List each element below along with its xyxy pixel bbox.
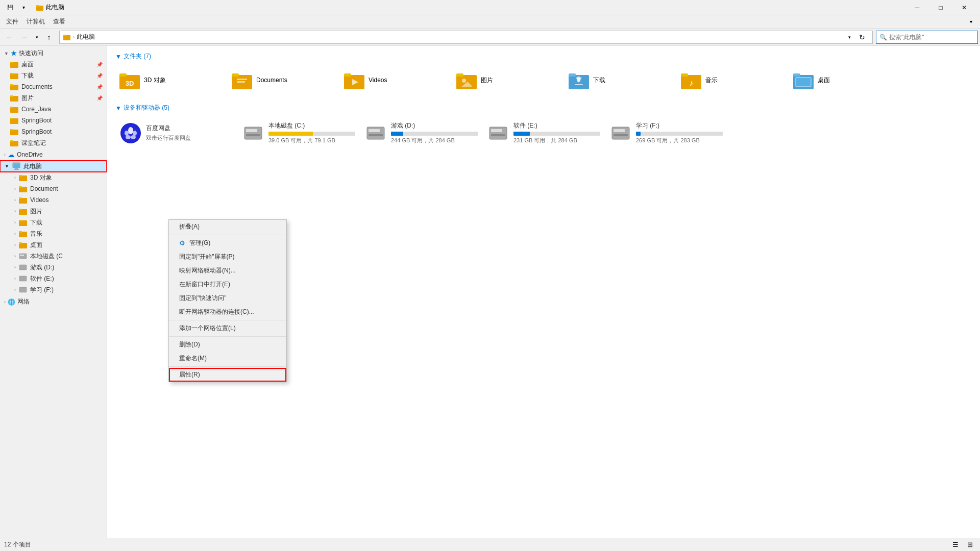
status-view-controls: ☰ ⊞ [949, 539, 976, 550]
sidebar-item-notes[interactable]: 课堂笔记 [0, 137, 107, 148]
svg-rect-3 [63, 35, 66, 36]
drive-item-e[interactable]: 软件 (E:) 231 GB 可用，共 284 GB [483, 116, 605, 149]
ctx-pin-quick-label: 固定到"快速访问" [179, 294, 227, 303]
nav-bar: ← → ▾ ↑ › 此电脑 ▾ ↻ 🔍 [0, 29, 980, 46]
close-button[interactable]: ✕ [952, 0, 976, 15]
ctx-pin-start-label: 固定到"开始"屏幕(P) [179, 253, 235, 261]
e-drive-icon [19, 274, 27, 283]
3dobjects-label: 3D 对象 [30, 173, 52, 182]
menu-file[interactable]: 文件 [2, 16, 22, 28]
ctx-item-add-location[interactable]: 添加一个网络位置(L) [169, 321, 286, 335]
window-title: 此电脑 [46, 3, 64, 12]
sidebar-item-desktop-pc[interactable]: › 桌面 [0, 239, 107, 251]
folder-item-videos[interactable]: Videos [340, 65, 452, 95]
sidebar-item-videos-pc[interactable]: › Videos [0, 194, 107, 206]
folder-item-desktop[interactable]: 桌面 [789, 65, 901, 95]
menu-computer[interactable]: 计算机 [22, 16, 49, 28]
content-area: ▼ 文件夹 (7) 3D 3D 对象 Do [107, 46, 980, 538]
svg-rect-55 [456, 73, 463, 77]
sidebar-item-documents[interactable]: Documents 📌 [0, 81, 107, 92]
ctx-item-map-drive[interactable]: 映射网络驱动器(N)... [169, 264, 286, 278]
ctx-item-collapse[interactable]: 折叠(A) [169, 220, 286, 234]
e-drive-info: 软件 (E:) 231 GB 可用，共 284 GB [513, 121, 600, 144]
network-expand-icon: › [4, 299, 6, 305]
svg-rect-7 [10, 73, 13, 74]
ctx-open-new-label: 在新窗口中打开(E) [179, 280, 230, 289]
dropdown-history-btn[interactable]: ▾ [33, 30, 41, 44]
minimize-button[interactable]: ─ [905, 0, 929, 15]
forward-button[interactable]: → [17, 30, 32, 44]
view-list-btn[interactable]: ☰ [949, 539, 962, 550]
drive-item-f[interactable]: 学习 (F:) 269 GB 可用，共 283 GB [605, 116, 728, 149]
drive-item-c[interactable]: 本地磁盘 (C:) 39.0 GB 可用，共 79.1 GB [238, 116, 360, 149]
menu-bar: 文件 计算机 查看 ▾ [0, 15, 980, 29]
sidebar-item-thispc[interactable]: ▼ 此电脑 [0, 161, 107, 172]
up-button[interactable]: ↑ [42, 30, 56, 44]
download-pc-label: 下载 [30, 218, 42, 227]
sidebar-item-music-pc[interactable]: › 音乐 [0, 228, 107, 239]
menu-view[interactable]: 查看 [49, 16, 69, 28]
sidebar-item-3dobjects[interactable]: › 3D 对象 [0, 172, 107, 183]
folder-item-music[interactable]: ♪ 音乐 [677, 65, 789, 95]
sidebar-quickaccess-header[interactable]: ▼ ★ 快速访问 [0, 48, 107, 59]
e-drive-size: 231 GB 可用，共 284 GB [513, 137, 600, 144]
desktop-pc-icon [19, 241, 27, 248]
f-drive-bar-container [636, 132, 723, 136]
videos-pc-label: Videos [30, 196, 48, 204]
sidebar-item-d-drive[interactable]: › 游戏 (D:) [0, 262, 107, 273]
folder-videos-label: Videos [369, 77, 387, 84]
view-grid-btn[interactable]: ⊞ [964, 539, 976, 550]
ctx-disconnect-label: 断开网络驱动器的连接(C)... [179, 308, 254, 316]
ctx-item-delete[interactable]: 删除(D) [169, 338, 286, 352]
ctx-item-rename[interactable]: 重命名(M) [169, 352, 286, 365]
svg-rect-74 [244, 127, 262, 139]
ctx-rename-label: 重命名(M) [179, 354, 207, 363]
c-drive-size: 39.0 GB 可用，共 79.1 GB [268, 137, 355, 144]
sidebar-item-e-drive[interactable]: › 软件 (E:) [0, 273, 107, 284]
refresh-btn[interactable]: ↻ [855, 30, 869, 44]
svg-rect-81 [369, 134, 383, 136]
ctx-item-pin-start[interactable]: 固定到"开始"屏幕(P) [169, 250, 286, 264]
back-button[interactable]: ← [2, 30, 16, 44]
sidebar-item-c-drive[interactable]: › 本地磁盘 (C [0, 251, 107, 262]
ctx-item-manage[interactable]: ⚙ 管理(G) [169, 236, 286, 250]
search-input[interactable] [889, 34, 974, 41]
drive-item-baidu[interactable]: 百度网盘 双击运行百度网盘 [115, 116, 238, 149]
address-dropdown-btn[interactable]: ▾ [845, 30, 854, 44]
sidebar-item-docs-pc[interactable]: › Document [0, 183, 107, 194]
ctx-item-properties[interactable]: 属性(R) [169, 368, 286, 382]
sidebar-item-download-pc[interactable]: › 下载 [0, 217, 107, 228]
folder-item-download[interactable]: 下载 [565, 65, 677, 95]
sidebar-item-f-drive[interactable]: › 学习 (F:) [0, 284, 107, 295]
folder-item-3d[interactable]: 3D 3D 对象 [115, 65, 228, 95]
dropdown-btn[interactable]: ▾ [17, 2, 30, 14]
sidebar-network-header[interactable]: › 🌐 网络 [0, 296, 107, 307]
title-bar-controls: ─ □ ✕ [905, 0, 976, 15]
restore-button[interactable]: □ [929, 0, 952, 15]
sidebar-onedrive-header[interactable]: › ☁ OneDrive [0, 149, 107, 160]
address-bar[interactable]: › 此电脑 ▾ ↻ [59, 31, 873, 44]
sidebar-item-download[interactable]: 下载 📌 [0, 70, 107, 81]
sidebar-item-desktop[interactable]: 桌面 📌 [0, 59, 107, 70]
svg-rect-59 [569, 73, 576, 77]
devices-section-header[interactable]: ▼ 设备和驱动器 (5) [115, 104, 972, 112]
sidebar-item-pictures-pc[interactable]: › 图片 [0, 206, 107, 217]
folder-item-pictures[interactable]: 图片 [452, 65, 565, 95]
drive-item-d[interactable]: 游戏 (D:) 244 GB 可用，共 284 GB [360, 116, 483, 149]
sidebar-springboot2-label: SpringBoot [21, 128, 52, 135]
save-btn[interactable]: 💾 [4, 2, 16, 14]
ctx-item-open-new[interactable]: 在新窗口中打开(E) [169, 278, 286, 291]
expand-ribbon-btn[interactable]: ▾ [964, 15, 978, 29]
folders-section-header[interactable]: ▼ 文件夹 (7) [115, 52, 972, 61]
docs-pc-label: Document [30, 185, 58, 192]
sidebar-item-corejava[interactable]: Core_Java [0, 104, 107, 115]
sidebar-item-springboot1[interactable]: SpringBoot [0, 115, 107, 126]
svg-rect-38 [19, 242, 22, 244]
ctx-item-pin-quick[interactable]: 固定到"快速访问" [169, 291, 286, 305]
folder-item-documents[interactable]: Documents [228, 65, 340, 95]
notes-folder-icon [10, 139, 18, 146]
ctx-item-disconnect[interactable]: 断开网络驱动器的连接(C)... [169, 305, 286, 319]
sidebar-item-springboot2[interactable]: SpringBoot [0, 126, 107, 137]
desktop-folder-large-icon [793, 71, 814, 89]
sidebar-item-pictures[interactable]: 图片 📌 [0, 92, 107, 104]
